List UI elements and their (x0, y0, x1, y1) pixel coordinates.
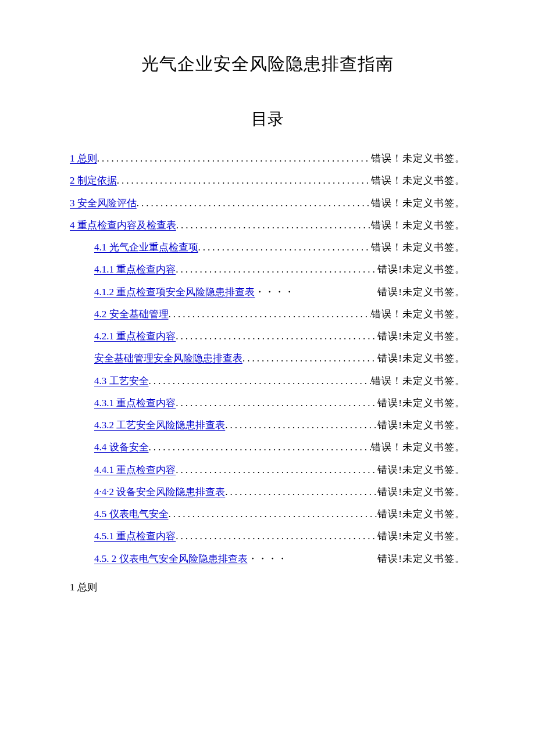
toc-link[interactable]: 3 安全风险评估 (70, 192, 137, 214)
toc-link[interactable]: 4.3 工艺安全 (94, 370, 149, 392)
toc-link[interactable]: 4.1 光气企业重点检查项 (94, 237, 198, 259)
toc-item: 4.5.1 重点检查内容............................… (70, 525, 465, 547)
toc-leader: ........................................… (137, 192, 371, 214)
toc-item: 4.3 工艺安全................................… (70, 370, 465, 392)
toc-page-ref: 错误!未定义书签。 (377, 459, 465, 481)
toc-page-ref: 错误!未定义书签。 (377, 259, 465, 281)
toc-leader: ........................................… (117, 170, 371, 192)
toc-page-ref: 错误！未定义书签。 (371, 214, 465, 237)
toc-link[interactable]: 2 制定依据 (70, 170, 117, 192)
toc-item: 安全基础管理安全风险隐患排查表.........................… (70, 347, 465, 370)
toc-item: 4·4·2 设备安全风险隐患排查表.......................… (70, 481, 465, 503)
toc-page-ref: 错误！未定义书签。 (371, 170, 465, 192)
toc-item: 4.2 安全基础管理..............................… (70, 303, 465, 325)
toc-link[interactable]: 4·4·2 设备安全风险隐患排查表 (94, 481, 225, 503)
toc-link[interactable]: 4.4 设备安全 (94, 436, 149, 458)
toc-item: 4.3.1 重点检查内容............................… (70, 392, 465, 414)
toc-link[interactable]: 1 总则 (70, 148, 97, 170)
toc-link[interactable]: 4.5.1 重点检查内容 (94, 525, 176, 547)
toc-leader: ........................................… (176, 525, 377, 547)
toc-leader: ........................................… (198, 237, 372, 259)
toc-leader: ........................................… (176, 325, 377, 347)
toc-item: 4.4 设备安全................................… (70, 436, 465, 458)
toc-leader: ........................................… (149, 436, 372, 458)
toc-page-ref: 错误!未定义书签。 (377, 481, 465, 503)
toc-link[interactable]: 4.5. 2 仪表电气安全风险隐患排查表 (94, 548, 248, 570)
toc-page-ref: 错误！未定义书签。 (371, 436, 465, 458)
toc-link[interactable]: 4.1.2 重点检查项安全风险隐患排查表 (94, 281, 255, 303)
toc-link[interactable]: 4.3.1 重点检查内容 (94, 392, 176, 414)
toc-page-ref: 错误!未定义书签。 (377, 281, 465, 303)
toc-leader: ........................................… (176, 459, 377, 481)
toc-link[interactable]: 4.2.1 重点检查内容 (94, 325, 176, 347)
toc-page-ref: 错误！未定义书签。 (371, 237, 465, 259)
toc-page-ref: 错误!未定义书签。 (377, 525, 465, 547)
toc-page-ref: 错误!未定义书签。 (377, 414, 465, 436)
toc-link[interactable]: 4 重点检查内容及检查表 (70, 214, 176, 237)
toc-page-ref: 错误!未定义书签。 (377, 347, 465, 370)
toc-leader: ........................................… (176, 259, 377, 281)
toc-item: 4.5. 2 仪表电气安全风险隐患排查表・・・・错误!未定义书签。 (70, 548, 465, 570)
toc-item: 2 制定依据..................................… (70, 170, 465, 192)
toc-link[interactable]: 4.1.1 重点检查内容 (94, 259, 176, 281)
toc-item: 4.4.1 重点检查内容............................… (70, 459, 465, 481)
toc-page-ref: 错误！未定义书签。 (371, 192, 465, 214)
toc-leader: ........................................… (149, 370, 372, 392)
toc-page-ref: 错误!未定义书签。 (377, 392, 465, 414)
toc-leader: ........................................… (242, 347, 377, 370)
toc-link[interactable]: 安全基础管理安全风险隐患排查表 (94, 347, 242, 370)
document-title: 光气企业安全风险隐患排查指南 (70, 52, 465, 76)
toc-leader: ・・・・ (255, 281, 377, 303)
toc-item: 1 总则....................................… (70, 148, 465, 170)
toc-title: 目录 (70, 108, 465, 130)
toc-link[interactable]: 4.2 安全基础管理 (94, 303, 169, 325)
toc-leader: ........................................… (176, 214, 371, 237)
toc-item: 3 安全风险评估................................… (70, 192, 465, 214)
toc-leader: ........................................… (169, 303, 372, 325)
section-heading: 1 总则 (70, 581, 465, 594)
toc-leader: ........................................… (169, 503, 378, 525)
toc-item: 4 重点检查内容及检查表............................… (70, 214, 465, 237)
toc-leader: ........................................… (176, 392, 377, 414)
toc-item: 4.2.1 重点检查内容............................… (70, 325, 465, 347)
toc-item: 4.1 光气企业重点检查项...........................… (70, 237, 465, 259)
toc-link[interactable]: 4.5 仪表电气安全 (94, 503, 169, 525)
toc-item: 4.1.1 重点检查内容............................… (70, 259, 465, 281)
toc-page-ref: 错误！未定义书签。 (371, 148, 465, 170)
toc-leader: ・・・・ (248, 548, 378, 570)
toc-list: 1 总则....................................… (70, 148, 465, 570)
toc-item: 4.3.2 工艺安全风险隐患排查表.......................… (70, 414, 465, 436)
toc-leader: ........................................… (225, 414, 377, 436)
toc-page-ref: 错误!未定义书签。 (377, 548, 465, 570)
toc-page-ref: 错误!未定义书签。 (377, 503, 465, 525)
toc-leader: ........................................… (225, 481, 377, 503)
toc-page-ref: 错误!未定义书签。 (377, 325, 465, 347)
toc-item: 4.1.2 重点检查项安全风险隐患排查表・・・・错误!未定义书签。 (70, 281, 465, 303)
toc-link[interactable]: 4.4.1 重点检查内容 (94, 459, 176, 481)
toc-link[interactable]: 4.3.2 工艺安全风险隐患排查表 (94, 414, 225, 436)
toc-leader: ........................................… (97, 148, 371, 170)
toc-item: 4.5 仪表电气安全..............................… (70, 503, 465, 525)
toc-page-ref: 错误！未定义书签。 (371, 303, 465, 325)
toc-page-ref: 错误！未定义书签。 (371, 370, 465, 392)
